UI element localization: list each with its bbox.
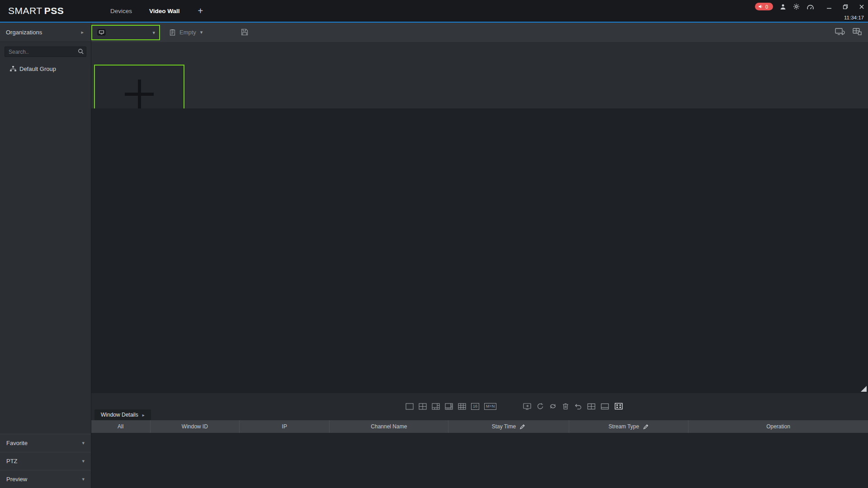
task-list-icon <box>170 29 175 36</box>
window-details-table-body <box>91 433 868 488</box>
tab-devices[interactable]: Devices <box>110 8 132 14</box>
chevron-down-icon: ▾ <box>200 29 203 35</box>
monitor-play-icon <box>523 403 531 410</box>
header-label: Channel Name <box>371 423 407 430</box>
panel-favorite[interactable]: Favorite ▾ <box>0 434 91 452</box>
wall-selector[interactable]: ▾ <box>91 25 160 40</box>
layout-6-button[interactable] <box>432 403 440 410</box>
add-tab-button[interactable]: + <box>198 6 203 15</box>
chevron-down-icon: ▾ <box>152 30 155 36</box>
main-tabs: Devices Video Wall + <box>110 0 203 22</box>
search-input[interactable] <box>5 47 86 57</box>
tour-button[interactable] <box>537 403 544 410</box>
monitor-grid-icon <box>853 28 862 36</box>
panel-bar-icon <box>601 403 609 410</box>
save-task-button[interactable] <box>240 27 250 37</box>
screen-control-button[interactable] <box>835 28 845 36</box>
gauge-icon <box>807 4 814 10</box>
split-icon <box>587 403 595 410</box>
edit-pencil-icon[interactable] <box>519 424 525 430</box>
tab-video-wall[interactable]: Video Wall <box>149 8 180 14</box>
header-label: All <box>118 423 123 430</box>
search-box <box>5 47 86 57</box>
minimize-button[interactable] <box>826 4 832 9</box>
video-wall-workspace: ▾ Empty ▾ <box>91 23 868 488</box>
chevron-down-icon: ▾ <box>82 458 85 464</box>
close-button[interactable] <box>859 4 864 9</box>
wall-control-buttons <box>523 403 623 410</box>
panel-preview[interactable]: Preview ▾ <box>0 470 91 488</box>
performance-button[interactable] <box>807 4 814 10</box>
layout-8-button[interactable] <box>445 403 453 410</box>
settings-button[interactable] <box>793 3 800 10</box>
close-icon <box>859 4 864 9</box>
layout-4-button[interactable] <box>419 403 427 410</box>
resize-handle[interactable] <box>861 386 867 392</box>
refresh-button[interactable] <box>549 403 557 410</box>
refresh-icon <box>549 403 557 410</box>
window-details-table-header: All Window ID IP Channel Name Stay Time … <box>91 420 868 433</box>
header-label: Operation <box>766 423 790 430</box>
tv-wall-icon <box>97 29 106 36</box>
layout-9-button[interactable] <box>458 403 466 410</box>
user-button[interactable] <box>780 4 786 10</box>
panel-ptz-label: PTZ <box>6 458 18 465</box>
clock: 11:34:17 <box>844 15 864 20</box>
group-tree-icon <box>10 66 16 72</box>
logo-text-smart: SMART <box>8 5 42 16</box>
add-screen-icon <box>125 80 154 108</box>
split-layout-buttons: 16 M+N <box>406 403 496 410</box>
gear-icon <box>793 3 800 10</box>
header-label: Window ID <box>182 423 208 430</box>
delete-button[interactable] <box>562 403 569 410</box>
wall-toolbar: ▾ Empty ▾ <box>91 23 868 42</box>
organizations-header[interactable]: Organizations ▸ <box>0 23 91 42</box>
chevron-right-icon: ▸ <box>81 29 84 35</box>
table-header-cell-ip: IP <box>240 420 330 433</box>
back-button[interactable] <box>575 403 582 409</box>
bottom-toolbar: 16 M+N <box>91 393 868 420</box>
titlebar-right: 0 <box>732 0 868 22</box>
screen-layout-button[interactable] <box>853 28 862 36</box>
chevron-down-icon: ▾ <box>82 440 85 446</box>
speaker-icon <box>758 4 763 9</box>
task-bar-button[interactable] <box>601 403 609 410</box>
header-label: IP <box>282 423 287 430</box>
loop-icon <box>537 403 544 410</box>
panel-ptz[interactable]: PTZ ▾ <box>0 452 91 470</box>
organizations-label: Organizations <box>6 29 42 36</box>
table-header-cell-channel-name: Channel Name <box>330 420 448 433</box>
wall-canvas <box>91 108 868 393</box>
table-header-cell-stream-type: Stream Type <box>569 420 689 433</box>
window-details-tab[interactable]: Window Details ▸ <box>94 409 151 420</box>
layout-mn-button[interactable]: M+N <box>484 403 496 410</box>
search-icon[interactable] <box>78 48 84 55</box>
tree-item-label: Default Group <box>19 66 56 72</box>
table-header-cell-all[interactable]: All <box>91 420 151 433</box>
layout-16-button[interactable]: 16 <box>471 403 479 410</box>
user-icon <box>780 4 786 10</box>
task-selector[interactable]: Empty ▾ <box>166 26 206 38</box>
app-logo: SMARTPSS <box>8 0 64 22</box>
restore-icon <box>843 4 848 9</box>
chevron-down-icon: ▾ <box>82 476 85 482</box>
decode-to-screen-button[interactable] <box>523 403 531 410</box>
table-header-cell-operation: Operation <box>689 420 868 433</box>
save-icon <box>241 28 248 36</box>
window-details-label: Window Details <box>101 412 138 418</box>
screen-position-button[interactable] <box>614 403 623 410</box>
alarm-badge[interactable]: 0 <box>755 3 773 10</box>
edit-pencil-icon[interactable] <box>643 424 649 430</box>
tree-item-default-group[interactable]: Default Group <box>0 63 91 74</box>
undo-arrow-icon <box>575 403 582 409</box>
chevron-right-icon: ▸ <box>142 413 145 418</box>
panel-favorite-label: Favorite <box>6 440 28 446</box>
trash-icon <box>562 403 569 410</box>
layout-1-button[interactable] <box>406 403 414 410</box>
minimize-icon <box>826 4 832 9</box>
monitor-link-icon <box>835 28 845 36</box>
task-value: Empty <box>179 29 196 36</box>
split-window-button[interactable] <box>587 403 595 410</box>
titlebar: SMARTPSS Devices Video Wall + 0 <box>0 0 868 22</box>
restore-button[interactable] <box>843 4 848 9</box>
